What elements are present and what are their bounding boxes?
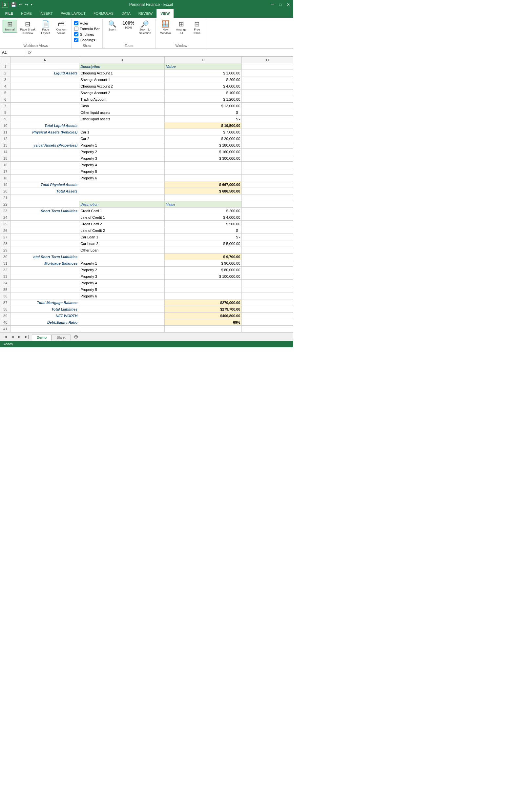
cell-c-18[interactable]: [165, 175, 242, 181]
sheet-tab-demo[interactable]: Demo: [32, 334, 52, 341]
title-maximize-btn[interactable]: □: [278, 2, 283, 7]
formula-bar-check[interactable]: Formula Bar: [74, 27, 100, 31]
cell-b-10[interactable]: [79, 122, 165, 129]
formula-bar-checkbox[interactable]: [74, 27, 78, 31]
title-dropdown-btn[interactable]: ▾: [31, 3, 32, 6]
cell-b-19[interactable]: [79, 181, 165, 188]
cell-b-34[interactable]: Property 4: [79, 280, 165, 286]
cell-c-27[interactable]: $ -: [165, 234, 242, 240]
cell-a-13[interactable]: ysical Assets (Properties): [10, 142, 79, 148]
cell-d-17[interactable]: [242, 168, 293, 175]
cell-a-39[interactable]: NET WORTH: [10, 312, 79, 319]
cell-d-10[interactable]: [242, 122, 293, 129]
ruler-checkbox[interactable]: [74, 21, 78, 25]
cell-a-6[interactable]: [10, 96, 79, 103]
cell-b-3[interactable]: Savings Account 1: [79, 76, 165, 83]
cell-b-30[interactable]: [79, 254, 165, 260]
cell-b-36[interactable]: Property 6: [79, 293, 165, 299]
cell-c-35[interactable]: [165, 286, 242, 293]
cell-a-10[interactable]: Total Liquid Assets: [10, 122, 79, 129]
cell-c-39[interactable]: $406,800.00: [165, 312, 242, 319]
cell-c-7[interactable]: $ 13,000.00: [165, 103, 242, 109]
cell-c-10[interactable]: $ 19,500.00: [165, 122, 242, 129]
cell-b-31[interactable]: Property 1: [79, 260, 165, 266]
gridlines-check[interactable]: Gridlines: [74, 32, 100, 37]
cell-d-27[interactable]: [242, 234, 293, 240]
cell-b-33[interactable]: Property 3: [79, 273, 165, 280]
cell-a-16[interactable]: [10, 162, 79, 168]
cell-d-23[interactable]: [242, 208, 293, 214]
cell-c-21[interactable]: [165, 194, 242, 201]
sheet-nav-last[interactable]: ►|: [23, 334, 30, 339]
cell-b-8[interactable]: Other liquid assets: [79, 109, 165, 116]
cell-a-35[interactable]: [10, 286, 79, 293]
cell-d-37[interactable]: [242, 299, 293, 306]
cell-d-30[interactable]: [242, 254, 293, 260]
cell-a-29[interactable]: [10, 247, 79, 254]
new-window-button[interactable]: 🪟 NewWindow: [158, 20, 173, 36]
cell-a-20[interactable]: Total Assets: [10, 188, 79, 194]
custom-views-button[interactable]: 🗃 CustomViews: [54, 20, 69, 36]
cell-a-27[interactable]: [10, 234, 79, 240]
sheet-tab-blank[interactable]: Blank: [51, 334, 71, 341]
cell-d-20[interactable]: [242, 188, 293, 194]
cell-c-29[interactable]: [165, 247, 242, 254]
cell-b-13[interactable]: Property 1: [79, 142, 165, 148]
cell-a-32[interactable]: [10, 266, 79, 273]
cell-a-7[interactable]: [10, 103, 79, 109]
cell-d-13[interactable]: [242, 142, 293, 148]
cell-c-41[interactable]: [165, 326, 242, 332]
col-header-d[interactable]: D: [242, 57, 293, 63]
title-undo-btn[interactable]: ↩: [19, 2, 22, 7]
cell-c-4[interactable]: $ 4,000.00: [165, 83, 242, 90]
cell-b-27[interactable]: Car Loan 1: [79, 234, 165, 240]
cell-a-12[interactable]: [10, 135, 79, 142]
cell-b-2[interactable]: Chequing Account 1: [79, 70, 165, 76]
cell-c-31[interactable]: $ 90,000.00: [165, 260, 242, 266]
cell-a-26[interactable]: [10, 227, 79, 234]
cell-d-38[interactable]: [242, 306, 293, 312]
cell-d-4[interactable]: [242, 83, 293, 90]
cell-a-2[interactable]: Liquid Assets: [10, 70, 79, 76]
cell-b-32[interactable]: Property 2: [79, 266, 165, 273]
cell-c-28[interactable]: $ 5,000.00: [165, 240, 242, 247]
cell-b-6[interactable]: Trading Account: [79, 96, 165, 103]
cell-b-24[interactable]: Line of Credit 1: [79, 214, 165, 221]
cell-c-13[interactable]: $ 180,000.00: [165, 142, 242, 148]
col-header-c[interactable]: C: [165, 57, 242, 63]
cell-c-30[interactable]: $ 9,700.00: [165, 254, 242, 260]
cell-d-2[interactable]: [242, 70, 293, 76]
cell-b-12[interactable]: Car 2: [79, 135, 165, 142]
cell-d-6[interactable]: [242, 96, 293, 103]
cell-b-1[interactable]: Description: [79, 63, 165, 70]
gridlines-checkbox[interactable]: [74, 32, 78, 37]
cell-d-32[interactable]: [242, 266, 293, 273]
sheet-nav-prev[interactable]: ◄: [9, 334, 16, 339]
title-redo-btn[interactable]: ↪: [25, 2, 28, 7]
cell-c-34[interactable]: [165, 280, 242, 286]
tab-page-layout[interactable]: PAGE LAYOUT: [57, 9, 90, 18]
cell-a-24[interactable]: [10, 214, 79, 221]
cell-d-39[interactable]: [242, 312, 293, 319]
cell-a-8[interactable]: [10, 109, 79, 116]
cell-d-3[interactable]: [242, 76, 293, 83]
cell-d-14[interactable]: [242, 148, 293, 155]
sheet-nav-next[interactable]: ►: [16, 334, 23, 339]
cell-a-28[interactable]: [10, 240, 79, 247]
cell-d-24[interactable]: [242, 214, 293, 221]
title-close-btn[interactable]: ✕: [286, 2, 291, 7]
cell-a-4[interactable]: [10, 83, 79, 90]
cell-d-33[interactable]: [242, 273, 293, 280]
ruler-check[interactable]: Ruler: [74, 21, 100, 25]
cell-a-41[interactable]: [10, 326, 79, 332]
cell-c-20[interactable]: $ 686,500.00: [165, 188, 242, 194]
arrange-all-button[interactable]: ⊞ ArrangeAll: [174, 20, 188, 36]
cell-c-19[interactable]: $ 667,000.00: [165, 181, 242, 188]
cell-a-9[interactable]: [10, 116, 79, 122]
cell-d-12[interactable]: [242, 135, 293, 142]
cell-a-14[interactable]: [10, 148, 79, 155]
page-break-button[interactable]: ⊟ Page BreakPreview: [18, 20, 37, 36]
cell-c-17[interactable]: [165, 168, 242, 175]
cell-c-36[interactable]: [165, 293, 242, 299]
cell-a-21[interactable]: [10, 194, 79, 201]
